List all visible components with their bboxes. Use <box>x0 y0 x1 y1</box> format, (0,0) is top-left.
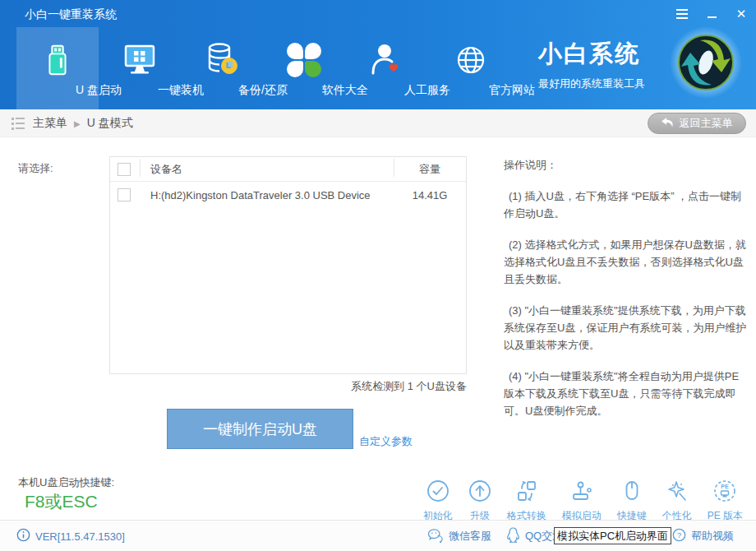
make-boot-usb-button[interactable]: 一键制作启动U盘 <box>167 409 353 449</box>
header: 小白一键重装系统 ✕ <box>0 0 756 109</box>
nav-item-usb-boot[interactable]: U 盘启动 <box>16 27 99 109</box>
app-window: 小白一键重装系统 ✕ <box>0 0 756 551</box>
instruction-step: (2) 选择格式化方式，如果用户想保存U盘数据，就选择格式化U盘且不丢失数据，否… <box>504 236 747 288</box>
question-icon: ? <box>672 528 686 544</box>
instruction-step: (1) 插入U盘，右下角选择 “PE版本” ，点击一键制作启动U盘。 <box>504 188 747 222</box>
tool-upgrade[interactable]: 升级 <box>468 479 491 523</box>
tool-personalize[interactable]: 个性化 <box>662 479 692 523</box>
table-header: 设备名 容量 <box>110 157 466 182</box>
pe-version-icon: PE <box>713 479 736 506</box>
select-all-checkbox[interactable] <box>118 163 131 176</box>
hamburger-icon <box>676 9 688 19</box>
brand-title: 小白系统 <box>538 38 670 71</box>
qq-penguin-icon <box>506 527 520 545</box>
tool-format-convert[interactable]: 格式转换 <box>507 479 546 523</box>
hotkey-value: F8或ESC <box>25 490 98 513</box>
select-label: 请选择: <box>18 161 53 176</box>
init-check-icon <box>426 479 449 506</box>
clover-apps-icon <box>263 39 345 81</box>
brand-block: 小白系统 最好用的系统重装工具 <box>538 38 670 91</box>
window-controls: ✕ <box>674 0 749 27</box>
chevron-right-icon: ▶ <box>74 119 81 128</box>
row-checkbox[interactable] <box>118 188 131 201</box>
back-button-label: 返回主菜单 <box>680 116 733 131</box>
database-backup-icon <box>181 39 263 81</box>
tool-pe-version[interactable]: PE PE 版本 <box>708 479 743 523</box>
app-title: 小白一键重装系统 <box>25 7 117 22</box>
minimize-icon <box>708 16 717 18</box>
person-heart-icon <box>345 39 427 81</box>
list-icon <box>12 118 25 130</box>
nav-item-backup-restore[interactable]: 备份/还原 <box>181 27 263 109</box>
custom-params-link[interactable]: 自定义参数 <box>359 434 413 449</box>
instruction-step: (3) "小白一键重装系统"提供系统下载，为用户下载系统保存至U盘，保证用户有系… <box>504 302 747 354</box>
nav-item-one-key-install[interactable]: 一键装机 <box>99 27 181 109</box>
back-to-main-menu-button[interactable]: 返回主菜单 <box>648 113 746 134</box>
tool-simulate-boot[interactable]: 模拟启动 <box>562 479 602 523</box>
device-name-cell: H:(hd2)Kingston DataTraveler 3.0 USB Dev… <box>131 189 394 201</box>
globe-icon <box>430 39 512 81</box>
capacity-cell: 14.41G <box>394 189 466 201</box>
recycle-arrows-logo-icon <box>669 25 743 100</box>
wechat-label: 微信客服 <box>449 529 491 544</box>
breadcrumb-bar: 主菜单 ▶ U 盘模式 返回主菜单 <box>0 109 756 137</box>
upgrade-arrow-icon <box>468 479 491 506</box>
brand-subtitle: 最好用的系统重装工具 <box>538 76 670 91</box>
hotkey-label: 本机U盘启动快捷键: <box>18 475 114 490</box>
help-video-link[interactable]: ? 帮助视频 <box>672 521 734 551</box>
format-convert-icon <box>515 479 538 506</box>
nav-item-software-collection[interactable]: 软件大全 <box>263 27 345 109</box>
nav-item-human-service[interactable]: 人工服务 <box>345 27 427 109</box>
menu-icon[interactable] <box>674 6 690 22</box>
breadcrumb: 主菜单 ▶ U 盘模式 <box>12 109 133 137</box>
svg-text:PE: PE <box>721 484 730 489</box>
joystick-icon <box>570 479 593 506</box>
back-arrow-icon <box>662 118 674 130</box>
usb-drive-icon <box>16 39 99 81</box>
mouse-icon <box>620 479 643 506</box>
nav-item-official-site[interactable]: 官方网站 <box>430 27 512 109</box>
monitor-windows-icon <box>99 39 181 81</box>
tools-row: 初始化 升级 格式转换 <box>423 479 743 523</box>
device-table: 设备名 容量 H:(hd2)Kingston DataTraveler 3.0 … <box>109 156 467 374</box>
tool-hotkeys[interactable]: 快捷键 <box>617 479 647 523</box>
instruction-step: (4) "小白一键重装系统"将全程自动为用户提供PE版本下载及系统下载至U盘，只… <box>504 368 747 419</box>
tooltip: 模拟实体PC机启动界面 <box>554 527 671 544</box>
help-label: 帮助视频 <box>691 529 734 544</box>
wechat-support-link[interactable]: 微信客服 <box>427 521 491 551</box>
version-info: VER[11.5.47.1530] <box>16 521 125 551</box>
minimize-button[interactable] <box>703 6 720 22</box>
column-capacity: 容量 <box>394 162 466 177</box>
titlebar: 小白一键重装系统 ✕ <box>0 0 756 27</box>
instructions-title: 操作说明： <box>504 156 747 174</box>
version-text: VER[11.5.47.1530] <box>35 530 125 543</box>
wechat-icon <box>427 528 444 545</box>
table-row[interactable]: H:(hd2)Kingston DataTraveler 3.0 USB Dev… <box>110 182 466 208</box>
svg-text:?: ? <box>677 530 681 539</box>
column-device-name: 设备名 <box>131 162 394 177</box>
close-button[interactable]: ✕ <box>733 6 749 22</box>
breadcrumb-root[interactable]: 主菜单 <box>33 116 67 131</box>
breadcrumb-current: U 盘模式 <box>87 116 133 131</box>
instructions-panel: 操作说明： (1) 插入U盘，右下角选择 “PE版本” ，点击一键制作启动U盘。… <box>504 156 747 433</box>
sparkle-icon <box>666 479 689 506</box>
detect-status-text: 系统检测到 1 个U盘设备 <box>109 379 467 394</box>
tool-initialize[interactable]: 初始化 <box>423 479 453 523</box>
info-icon <box>16 528 30 544</box>
